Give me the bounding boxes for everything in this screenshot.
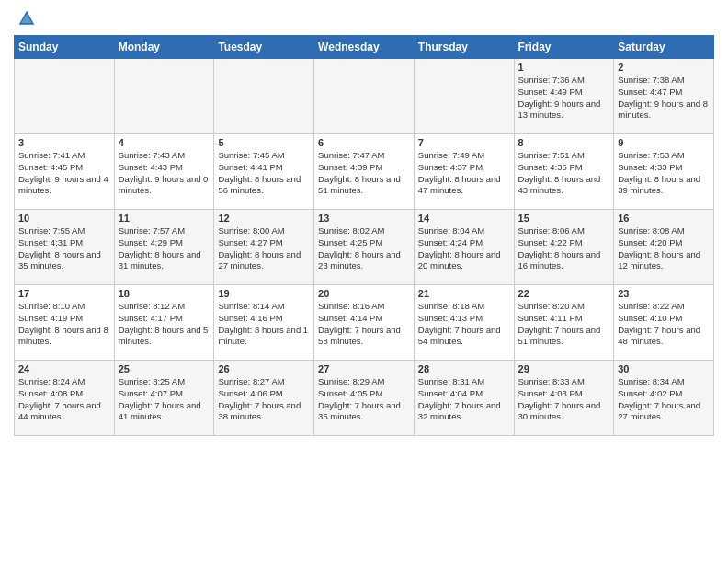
day-info: Sunrise: 7:57 AM Sunset: 4:29 PM Dayligh… (119, 225, 210, 272)
day-info: Sunrise: 7:36 AM Sunset: 4:49 PM Dayligh… (518, 75, 610, 121)
calendar-cell: 30Sunrise: 8:34 AM Sunset: 4:02 PM Dayli… (614, 361, 714, 436)
logo (14, 9, 36, 28)
calendar-cell: 5Sunrise: 7:45 AM Sunset: 4:41 PM Daylig… (214, 134, 314, 210)
weekday-header-monday: Monday (114, 36, 214, 59)
day-info: Sunrise: 8:04 AM Sunset: 4:24 PM Dayligh… (418, 225, 510, 272)
calendar-cell: 1Sunrise: 7:36 AM Sunset: 4:49 PM Daylig… (514, 59, 614, 134)
day-info: Sunrise: 8:06 AM Sunset: 4:22 PM Dayligh… (518, 225, 610, 272)
day-number: 17 (18, 288, 110, 299)
page: SundayMondayTuesdayWednesdayThursdayFrid… (0, 0, 728, 563)
calendar-cell (214, 59, 314, 134)
calendar-week-row: 3Sunrise: 7:41 AM Sunset: 4:45 PM Daylig… (15, 134, 714, 210)
day-number: 27 (318, 363, 410, 374)
day-number: 16 (618, 213, 710, 224)
weekday-header-friday: Friday (514, 36, 614, 59)
day-info: Sunrise: 7:55 AM Sunset: 4:31 PM Dayligh… (18, 225, 110, 272)
calendar-cell: 2Sunrise: 7:38 AM Sunset: 4:47 PM Daylig… (614, 59, 714, 134)
calendar-week-row: 17Sunrise: 8:10 AM Sunset: 4:19 PM Dayli… (15, 285, 714, 361)
day-number: 29 (518, 363, 610, 374)
calendar-cell: 25Sunrise: 8:25 AM Sunset: 4:07 PM Dayli… (114, 361, 214, 436)
calendar-cell: 13Sunrise: 8:02 AM Sunset: 4:25 PM Dayli… (314, 210, 415, 285)
calendar-cell: 22Sunrise: 8:20 AM Sunset: 4:11 PM Dayli… (514, 285, 614, 361)
day-info: Sunrise: 7:49 AM Sunset: 4:37 PM Dayligh… (418, 150, 510, 197)
day-number: 11 (119, 213, 210, 224)
weekday-header-saturday: Saturday (614, 36, 714, 59)
day-info: Sunrise: 8:33 AM Sunset: 4:03 PM Dayligh… (518, 376, 610, 423)
day-number: 24 (18, 363, 110, 374)
day-number: 6 (318, 137, 410, 148)
day-number: 25 (119, 363, 210, 374)
day-number: 19 (218, 288, 310, 299)
day-info: Sunrise: 8:16 AM Sunset: 4:14 PM Dayligh… (318, 301, 410, 348)
day-info: Sunrise: 8:00 AM Sunset: 4:27 PM Dayligh… (218, 225, 310, 272)
day-number: 13 (318, 213, 410, 224)
day-info: Sunrise: 7:38 AM Sunset: 4:47 PM Dayligh… (618, 75, 710, 121)
calendar-cell: 8Sunrise: 7:51 AM Sunset: 4:35 PM Daylig… (514, 134, 614, 210)
calendar-cell: 15Sunrise: 8:06 AM Sunset: 4:22 PM Dayli… (514, 210, 614, 285)
calendar-cell: 14Sunrise: 8:04 AM Sunset: 4:24 PM Dayli… (414, 210, 514, 285)
day-info: Sunrise: 8:34 AM Sunset: 4:02 PM Dayligh… (618, 376, 710, 423)
calendar-cell: 17Sunrise: 8:10 AM Sunset: 4:19 PM Dayli… (15, 285, 115, 361)
day-number: 10 (18, 213, 110, 224)
calendar-cell: 7Sunrise: 7:49 AM Sunset: 4:37 PM Daylig… (414, 134, 514, 210)
day-number: 15 (518, 213, 610, 224)
day-info: Sunrise: 8:25 AM Sunset: 4:07 PM Dayligh… (119, 376, 210, 423)
day-info: Sunrise: 8:02 AM Sunset: 4:25 PM Dayligh… (318, 225, 410, 272)
weekday-header-sunday: Sunday (15, 36, 115, 59)
day-number: 7 (418, 137, 510, 148)
calendar-cell: 18Sunrise: 8:12 AM Sunset: 4:17 PM Dayli… (114, 285, 214, 361)
day-info: Sunrise: 8:14 AM Sunset: 4:16 PM Dayligh… (218, 301, 310, 348)
calendar-cell: 10Sunrise: 7:55 AM Sunset: 4:31 PM Dayli… (15, 210, 115, 285)
day-number: 23 (618, 288, 710, 299)
weekday-header-tuesday: Tuesday (214, 36, 314, 59)
calendar-week-row: 1Sunrise: 7:36 AM Sunset: 4:49 PM Daylig… (15, 59, 714, 134)
weekday-header-row: SundayMondayTuesdayWednesdayThursdayFrid… (15, 36, 714, 59)
day-number: 4 (119, 137, 210, 148)
calendar-cell: 21Sunrise: 8:18 AM Sunset: 4:13 PM Dayli… (414, 285, 514, 361)
day-number: 30 (618, 363, 710, 374)
weekday-header-thursday: Thursday (414, 36, 514, 59)
calendar-week-row: 10Sunrise: 7:55 AM Sunset: 4:31 PM Dayli… (15, 210, 714, 285)
day-info: Sunrise: 8:29 AM Sunset: 4:05 PM Dayligh… (318, 376, 410, 423)
day-info: Sunrise: 8:10 AM Sunset: 4:19 PM Dayligh… (18, 301, 110, 348)
calendar-week-row: 24Sunrise: 8:24 AM Sunset: 4:08 PM Dayli… (15, 361, 714, 436)
calendar-cell: 20Sunrise: 8:16 AM Sunset: 4:14 PM Dayli… (314, 285, 415, 361)
day-number: 12 (218, 213, 310, 224)
calendar-table: SundayMondayTuesdayWednesdayThursdayFrid… (14, 35, 714, 436)
day-info: Sunrise: 7:41 AM Sunset: 4:45 PM Dayligh… (18, 150, 110, 197)
calendar-cell (15, 59, 115, 134)
calendar-cell: 6Sunrise: 7:47 AM Sunset: 4:39 PM Daylig… (314, 134, 415, 210)
day-number: 1 (518, 62, 610, 73)
day-info: Sunrise: 7:45 AM Sunset: 4:41 PM Dayligh… (218, 150, 310, 197)
calendar-cell (414, 59, 514, 134)
calendar-cell: 27Sunrise: 8:29 AM Sunset: 4:05 PM Dayli… (314, 361, 415, 436)
day-info: Sunrise: 7:43 AM Sunset: 4:43 PM Dayligh… (119, 150, 210, 197)
calendar-cell: 24Sunrise: 8:24 AM Sunset: 4:08 PM Dayli… (15, 361, 115, 436)
day-info: Sunrise: 8:22 AM Sunset: 4:10 PM Dayligh… (618, 301, 710, 348)
calendar-cell: 29Sunrise: 8:33 AM Sunset: 4:03 PM Dayli… (514, 361, 614, 436)
day-number: 18 (119, 288, 210, 299)
calendar-cell: 3Sunrise: 7:41 AM Sunset: 4:45 PM Daylig… (15, 134, 115, 210)
day-info: Sunrise: 8:20 AM Sunset: 4:11 PM Dayligh… (518, 301, 610, 348)
day-info: Sunrise: 8:08 AM Sunset: 4:20 PM Dayligh… (618, 225, 710, 272)
day-number: 8 (518, 137, 610, 148)
calendar-cell: 19Sunrise: 8:14 AM Sunset: 4:16 PM Dayli… (214, 285, 314, 361)
calendar-cell: 16Sunrise: 8:08 AM Sunset: 4:20 PM Dayli… (614, 210, 714, 285)
logo-icon (17, 9, 36, 28)
calendar-cell (314, 59, 415, 134)
calendar-cell: 11Sunrise: 7:57 AM Sunset: 4:29 PM Dayli… (114, 210, 214, 285)
day-number: 14 (418, 213, 510, 224)
calendar-cell: 12Sunrise: 8:00 AM Sunset: 4:27 PM Dayli… (214, 210, 314, 285)
day-info: Sunrise: 8:12 AM Sunset: 4:17 PM Dayligh… (119, 301, 210, 348)
day-info: Sunrise: 7:53 AM Sunset: 4:33 PM Dayligh… (618, 150, 710, 197)
day-number: 2 (618, 62, 710, 73)
day-number: 26 (218, 363, 310, 374)
day-number: 22 (518, 288, 610, 299)
header (14, 9, 714, 28)
day-info: Sunrise: 8:27 AM Sunset: 4:06 PM Dayligh… (218, 376, 310, 423)
calendar-cell (114, 59, 214, 134)
day-info: Sunrise: 8:31 AM Sunset: 4:04 PM Dayligh… (418, 376, 510, 423)
day-info: Sunrise: 8:18 AM Sunset: 4:13 PM Dayligh… (418, 301, 510, 348)
calendar-cell: 23Sunrise: 8:22 AM Sunset: 4:10 PM Dayli… (614, 285, 714, 361)
day-number: 9 (618, 137, 710, 148)
